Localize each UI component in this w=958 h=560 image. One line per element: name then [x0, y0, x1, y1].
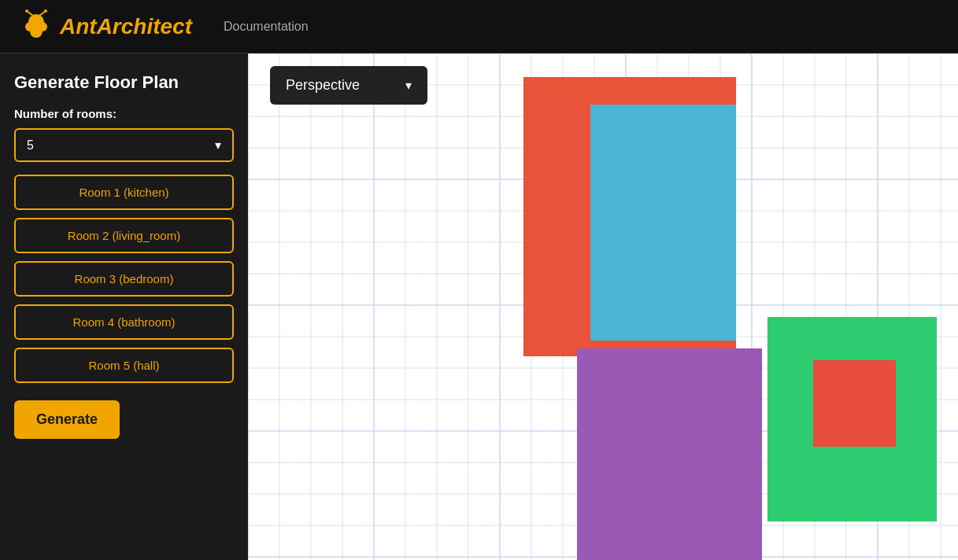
num-rooms-label: Number of rooms:	[14, 107, 234, 120]
svg-point-3	[30, 25, 43, 38]
room-button-3[interactable]: Room 3 (bedroom)	[14, 261, 234, 297]
logo-icon	[19, 9, 54, 44]
sidebar: Generate Floor Plan Number of rooms: 5 ▾…	[0, 53, 248, 560]
rooms-count-chevron: ▾	[215, 138, 221, 153]
main-nav: Documentation	[224, 20, 309, 34]
app-header: AntArchitect Documentation	[0, 0, 958, 53]
logo-text: AntArchitect	[60, 14, 192, 39]
generate-button[interactable]: Generate	[14, 400, 120, 439]
rooms-container	[248, 53, 958, 560]
svg-point-6	[25, 9, 28, 13]
room-button-1[interactable]: Room 1 (kitchen)	[14, 175, 234, 210]
room-block-3[interactable]	[577, 348, 762, 560]
room-button-2[interactable]: Room 2 (living_room)	[14, 218, 234, 253]
main-layout: Generate Floor Plan Number of rooms: 5 ▾…	[0, 53, 958, 560]
room-block-5[interactable]	[813, 360, 896, 447]
rooms-count-value: 5	[27, 138, 34, 153]
perspective-chevron-icon: ▾	[405, 78, 412, 93]
rooms-count-select[interactable]: 5 ▾	[14, 128, 234, 162]
perspective-label: Perspective	[286, 77, 360, 94]
sidebar-title: Generate Floor Plan	[14, 72, 234, 93]
room-buttons-list: Room 1 (kitchen)Room 2 (living_room)Room…	[14, 175, 234, 391]
room-button-5[interactable]: Room 5 (hall)	[14, 348, 234, 383]
logo-area: AntArchitect	[19, 9, 192, 44]
perspective-dropdown[interactable]: Perspective ▾	[270, 66, 427, 105]
svg-point-7	[44, 9, 47, 13]
floor-plan-canvas: Perspective ▾	[248, 53, 958, 560]
room-button-4[interactable]: Room 4 (bathroom)	[14, 304, 234, 340]
nav-documentation[interactable]: Documentation	[224, 20, 309, 33]
room-block-2[interactable]	[590, 105, 736, 341]
